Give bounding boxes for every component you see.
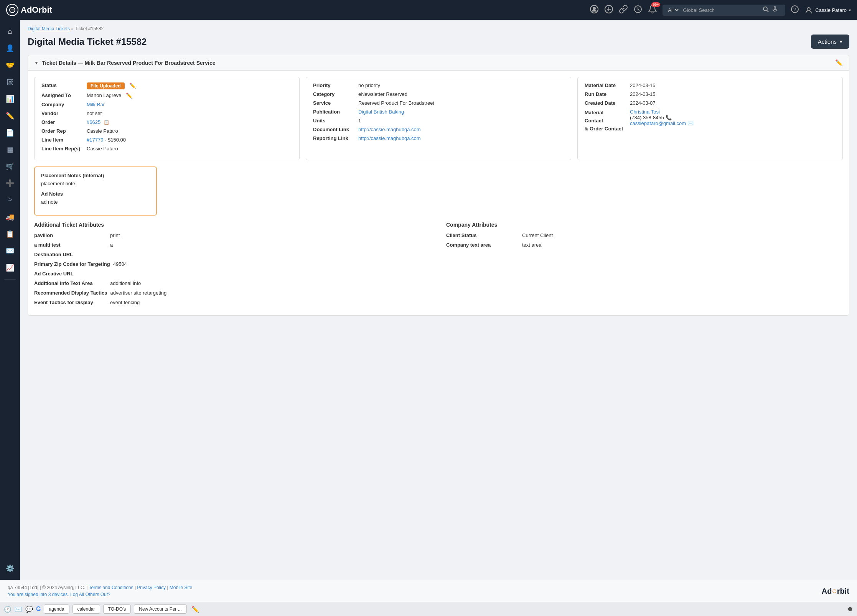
search-scope-select[interactable]: All	[666, 7, 680, 13]
nav-add-btn[interactable]	[604, 5, 613, 16]
taskbar-clock-icon[interactable]: 🕐	[4, 606, 12, 613]
order-link[interactable]: #6625	[87, 119, 101, 125]
sidebar-item-plus-box[interactable]: ➕	[2, 176, 18, 191]
footer-session-line: You are signed into 3 devices. Log All O…	[8, 592, 192, 597]
taskbar-tab-agenda[interactable]: agenda	[44, 604, 69, 614]
taskbar-google-icon[interactable]: G	[36, 606, 41, 613]
ticket-details-card: ▼ Ticket Details — Milk Bar Reserved Pro…	[28, 55, 849, 316]
attr-ad-creative-url: Ad Creative URL	[34, 271, 431, 277]
nav-link-btn[interactable]	[619, 5, 628, 16]
taskbar-mail-icon[interactable]: ✉️	[15, 606, 22, 613]
sidebar-item-image[interactable]: 🖼	[2, 74, 18, 90]
nav-avatar-btn[interactable]	[590, 5, 599, 16]
actions-button[interactable]: Actions ▾	[811, 35, 849, 49]
sidebar-item-chart[interactable]: 📊	[2, 91, 18, 107]
sidebar-item-settings[interactable]: ⚙️	[2, 561, 18, 576]
reporting-link[interactable]: http://cassie.maghubqa.com	[358, 135, 421, 141]
nav-notifications-btn[interactable]: 99+	[648, 5, 657, 16]
material-contact-email-link[interactable]: cassiepataro@gmail.com	[630, 120, 686, 126]
taskbar-chat-icon[interactable]: 💬	[25, 606, 33, 613]
footer-version-line: qa 74544 [1dd] | © 2024 Aysling, LLC. | …	[8, 585, 192, 590]
footer-terms-link[interactable]: Terms and Conditions	[89, 585, 133, 590]
sidebar-item-cart[interactable]: 🛒	[2, 159, 18, 174]
assigned-to-edit-icon[interactable]: ✏️	[126, 92, 132, 99]
company-attributes-col: Company Attributes Client Status Current…	[446, 222, 843, 309]
status-edit-icon[interactable]: ✏️	[129, 82, 136, 89]
taskbar-right-icon[interactable]: ⏺	[847, 606, 853, 613]
category-row: Category eNewsletter Reserved	[313, 91, 564, 97]
card-header-title: Ticket Details — Milk Bar Reserved Produ…	[42, 60, 216, 66]
vendor-row: Vendor not set	[41, 110, 292, 116]
sidebar-item-home[interactable]: ⌂	[2, 24, 18, 39]
taskbar-edit-icon[interactable]: ✏️	[191, 606, 199, 613]
breadcrumb-parent-link[interactable]: Digital Media Tickets	[28, 26, 70, 31]
sidebar-item-handshake[interactable]: 🤝	[2, 58, 18, 73]
order-label: Order	[41, 119, 84, 125]
sidebar-item-flag[interactable]: 🏳	[2, 193, 18, 208]
global-search-input[interactable]	[683, 7, 760, 13]
footer-mobile-link[interactable]: Mobile Site	[170, 585, 192, 590]
material-contact-phone: (734) 358-8455 📞	[630, 115, 694, 120]
line-item-reps-value: Cassie Pataro	[87, 146, 118, 152]
company-row: Company Milk Bar	[41, 102, 292, 107]
app-logo[interactable]: AdOrbit	[6, 4, 52, 16]
taskbar-tab-todos[interactable]: TO-DO's	[103, 604, 131, 614]
company-value: Milk Bar	[87, 102, 105, 107]
publication-link[interactable]: Digital British Baking	[358, 109, 404, 115]
footer-left: qa 74544 [1dd] | © 2024 Aysling, LLC. | …	[8, 585, 192, 597]
line-item-link[interactable]: #17779	[87, 137, 103, 143]
footer-logout-link[interactable]: Log All Others Out?	[70, 592, 110, 597]
document-link-row: Document Link http://cassie.maghubqa.com	[313, 127, 564, 132]
footer-signed-in-link[interactable]: You are signed into 3 devices.	[8, 592, 69, 597]
breadcrumb-separator: »	[71, 26, 74, 31]
sidebar-item-people[interactable]: 👤	[2, 41, 18, 56]
sidebar-item-table[interactable]: 📋	[2, 226, 18, 242]
line-item-suffix: - $150.00	[105, 137, 126, 143]
ticket-info-grid: Status File Uploaded ✏️ Assigned To Mano…	[34, 77, 843, 160]
attr-destination-url: Destination URL	[34, 252, 431, 257]
attributes-section: Additional Ticket Attributes pavilion pr…	[34, 222, 843, 309]
document-link-value: http://cassie.maghubqa.com	[358, 127, 421, 132]
sidebar-item-truck[interactable]: 🚚	[2, 209, 18, 225]
document-link[interactable]: http://cassie.maghubqa.com	[358, 127, 421, 132]
notification-badge: 99+	[651, 2, 660, 7]
edit-pencil-icon[interactable]: ✏️	[835, 59, 843, 66]
run-date-row: Run Date 2024-03-15	[585, 91, 836, 97]
triangle-down-icon: ▼	[34, 60, 39, 66]
run-date-value: 2024-03-15	[630, 91, 656, 97]
line-item-reps-row: Line Item Rep(s) Cassie Pataro	[41, 146, 292, 152]
sidebar-item-grid[interactable]: ▦	[2, 142, 18, 157]
order-row: Order #6625 📋	[41, 119, 292, 125]
attr-zip-codes: Primary Zip Codes for Targeting 49504	[34, 261, 431, 267]
footer-privacy-link[interactable]: Privacy Policy	[137, 585, 166, 590]
publication-row: Publication Digital British Baking	[313, 109, 564, 115]
taskbar-tab-new-accounts[interactable]: New Accounts Per ...	[134, 604, 186, 614]
microphone-icon-btn[interactable]	[772, 6, 778, 14]
user-menu[interactable]: Cassie Pataro ▾	[804, 6, 851, 14]
svg-text:?: ?	[793, 7, 796, 12]
reporting-link-value: http://cassie.maghubqa.com	[358, 135, 421, 141]
attr-recommended-display: Recommended Display Tactics advertiser s…	[34, 290, 431, 296]
sidebar: ⌂ 👤 🤝 🖼 📊 ✏️ 📄 ▦ 🛒 ➕ 🏳 🚚 📋 ✉️ 📈 ⚙️	[0, 20, 20, 580]
material-date-label: Material Date	[585, 82, 627, 88]
sidebar-item-analytics[interactable]: 📈	[2, 260, 18, 275]
email-icon[interactable]: ✉️	[687, 120, 694, 126]
created-date-value: 2024-03-07	[630, 100, 656, 106]
priority-value: no priority	[358, 82, 380, 88]
nav-history-btn[interactable]	[633, 5, 643, 16]
sidebar-item-pen[interactable]: ✏️	[2, 108, 18, 124]
line-item-row: Line Item #17779 - $150.00	[41, 137, 292, 143]
material-contact-name-link[interactable]: Christina Tosi	[630, 109, 694, 115]
sidebar-item-mail[interactable]: ✉️	[2, 243, 18, 259]
search-icon-btn[interactable]	[763, 6, 769, 14]
company-link[interactable]: Milk Bar	[87, 102, 105, 107]
taskbar-tab-calendar[interactable]: calendar	[73, 604, 100, 614]
help-btn[interactable]: ?	[791, 5, 799, 15]
phone-icon[interactable]: 📞	[666, 115, 672, 120]
sidebar-item-file[interactable]: 📄	[2, 125, 18, 140]
order-rep-label: Order Rep	[41, 128, 84, 134]
line-item-value: #17779 - $150.00	[87, 137, 126, 143]
order-copy-icon[interactable]: 📋	[104, 120, 109, 125]
material-date-value: 2024-03-15	[630, 82, 656, 88]
placement-notes-box: Placement Notes (Internal) placement not…	[34, 166, 157, 216]
